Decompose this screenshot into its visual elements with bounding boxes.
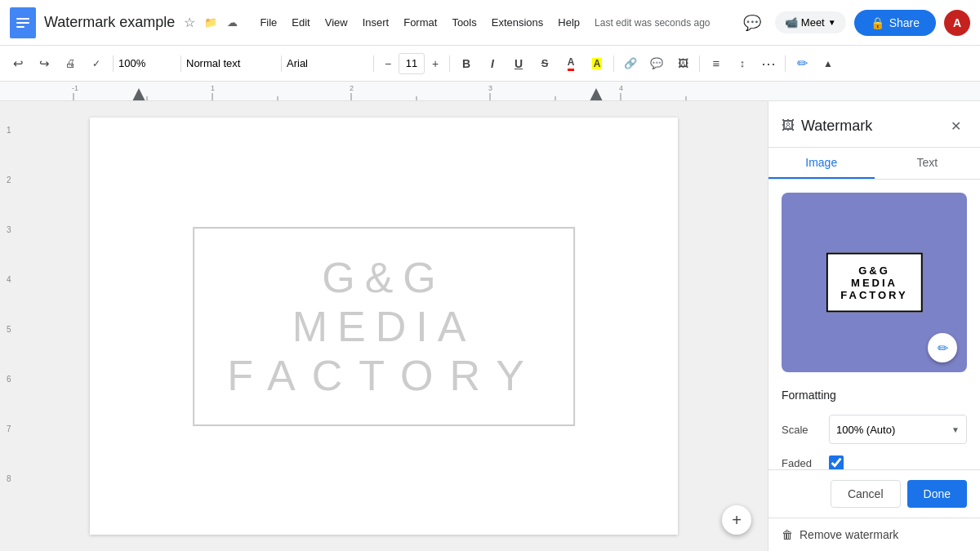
cloud-icon[interactable]: ☁ <box>224 15 240 31</box>
font-size-input[interactable] <box>399 53 425 74</box>
chat-button[interactable]: 💬 <box>737 8 767 38</box>
sep-3 <box>281 56 282 72</box>
last-edit-label: Last edit was seconds ago <box>595 17 710 29</box>
watermark-panel: 🖼 Watermark ✕ Image Text G&G MEDIA FACTO… <box>768 101 980 551</box>
panel-footer: Cancel Done <box>768 469 980 518</box>
title-icons: ☆ 📁 ☁ <box>181 15 240 31</box>
folder-icon[interactable]: 📁 <box>203 15 219 31</box>
scale-label: Scale <box>782 424 822 436</box>
share-label: Share <box>889 16 920 29</box>
print-button[interactable]: 🖨 <box>59 52 82 75</box>
font-size-increase-button[interactable]: + <box>426 55 444 73</box>
watermark-line2: FACTORY <box>227 351 541 400</box>
drawing-mode-button[interactable]: ✏ <box>791 52 813 75</box>
sep-6 <box>613 56 614 72</box>
align-button[interactable]: ≡ <box>705 52 728 75</box>
remove-watermark-bar[interactable]: 🗑 Remove watermark <box>768 518 980 551</box>
spell-check-button[interactable]: ✓ <box>85 52 108 75</box>
italic-button[interactable]: I <box>481 52 504 75</box>
page-numbers: 1 2 3 4 5 6 7 8 <box>7 126 11 483</box>
undo-button[interactable]: ↩ <box>7 52 29 75</box>
scale-chevron-icon: ▼ <box>951 425 960 434</box>
underline-button[interactable]: U <box>507 52 530 75</box>
remove-watermark-label: Remove watermark <box>800 528 898 541</box>
title-area: Watermark example ☆ 📁 ☁ <box>44 14 240 31</box>
watermark-panel-icon: 🖼 <box>782 118 795 133</box>
more-options-button[interactable]: ⋯ <box>757 52 780 75</box>
edit-image-button[interactable]: ✏ <box>928 333 957 362</box>
menu-tools[interactable]: Tools <box>445 13 483 32</box>
redo-button[interactable]: ↪ <box>33 52 56 75</box>
preview-line1: G&G MEDIA <box>840 264 907 289</box>
panel-close-button[interactable]: ✕ <box>944 114 967 137</box>
faded-checkbox[interactable] <box>829 455 844 469</box>
faded-label: Faded <box>782 457 822 469</box>
menu-edit[interactable]: Edit <box>285 13 316 32</box>
watermark-line1: G&G MEDIA <box>227 253 541 351</box>
line-spacing-button[interactable]: ↕ <box>731 52 754 75</box>
meet-button[interactable]: 📹 Meet ▼ <box>775 11 846 33</box>
top-bar: Watermark example ☆ 📁 ☁ File Edit View I… <box>0 0 980 46</box>
cancel-button[interactable]: Cancel <box>831 480 901 508</box>
panel-body: G&G MEDIA FACTORY ✏ Formatting Scale 100… <box>768 180 980 469</box>
image-button[interactable]: 🖼 <box>671 52 694 75</box>
faded-row: Faded <box>782 455 967 469</box>
meet-chevron-icon: ▼ <box>828 18 836 27</box>
scale-row: Scale 100% (Auto) ▼ <box>782 415 967 444</box>
pencil-edit-icon: ✏ <box>938 340 948 356</box>
sep-4 <box>373 56 374 72</box>
text-color-button[interactable]: A <box>559 52 582 75</box>
bold-button[interactable]: B <box>455 52 478 75</box>
document-area: 1 2 3 4 5 6 7 8 G&G MEDIA FACTORY + <box>0 101 768 551</box>
lock-icon: 🔒 <box>871 16 884 29</box>
meet-label: Meet <box>801 16 825 29</box>
sep-8 <box>785 56 786 72</box>
document-title[interactable]: Watermark example <box>44 14 175 31</box>
zoom-select[interactable]: 100% <box>118 52 176 75</box>
footer-buttons: Cancel Done <box>782 480 967 508</box>
panel-tabs: Image Text <box>768 148 980 180</box>
document-page: G&G MEDIA FACTORY <box>90 118 678 535</box>
doc-icon <box>10 7 36 38</box>
meet-icon: 📹 <box>785 16 798 29</box>
text-style-select[interactable]: Normal text <box>186 52 276 75</box>
comment-button[interactable]: 💬 <box>645 52 668 75</box>
pen-up-button[interactable]: ▲ <box>817 52 840 75</box>
sep-2 <box>180 56 181 72</box>
sep-1 <box>113 56 114 72</box>
tab-text[interactable]: Text <box>875 148 981 179</box>
menu-help[interactable]: Help <box>551 13 586 32</box>
toolbar: ↩ ↪ 🖨 ✓ 100% Normal text Arial − + B I U… <box>0 46 980 82</box>
menu-extensions[interactable]: Extensions <box>485 13 550 32</box>
font-size-area: − + <box>379 53 444 74</box>
doc-title-row: Watermark example ☆ 📁 ☁ <box>44 14 240 31</box>
highlight-button[interactable]: A <box>586 52 608 75</box>
sep-5 <box>449 56 450 72</box>
svg-text:4: 4 <box>619 84 623 92</box>
menu-format[interactable]: Format <box>397 13 443 32</box>
font-size-decrease-button[interactable]: − <box>379 55 397 73</box>
menu-view[interactable]: View <box>318 13 354 32</box>
scale-value: 100% (Auto) <box>836 424 895 436</box>
zoom-fab-button[interactable]: + <box>722 505 751 535</box>
menu-bar: File Edit View Insert Format Tools Exten… <box>253 13 710 32</box>
tab-image[interactable]: Image <box>768 148 875 179</box>
svg-text:-1: -1 <box>72 84 78 92</box>
avatar[interactable]: A <box>944 10 970 36</box>
done-button[interactable]: Done <box>907 480 967 508</box>
share-button[interactable]: 🔒 Share <box>854 10 936 36</box>
strikethrough-button[interactable]: S <box>533 52 556 75</box>
star-icon[interactable]: ☆ <box>181 15 198 31</box>
preview-line2: FACTORY <box>840 289 907 301</box>
link-button[interactable]: 🔗 <box>619 52 642 75</box>
main-layout: 1 2 3 4 5 6 7 8 G&G MEDIA FACTORY + 🖼 Wa… <box>0 101 980 551</box>
image-preview: G&G MEDIA FACTORY ✏ <box>782 193 967 372</box>
preview-image-content: G&G MEDIA FACTORY <box>826 253 922 313</box>
panel-title-text: Watermark <box>801 118 872 135</box>
menu-insert[interactable]: Insert <box>356 13 396 32</box>
font-select[interactable]: Arial <box>287 52 368 75</box>
scale-select[interactable]: 100% (Auto) ▼ <box>829 415 967 444</box>
menu-file[interactable]: File <box>253 13 283 32</box>
formatting-label: Formatting <box>782 389 967 402</box>
svg-marker-16 <box>590 88 603 101</box>
